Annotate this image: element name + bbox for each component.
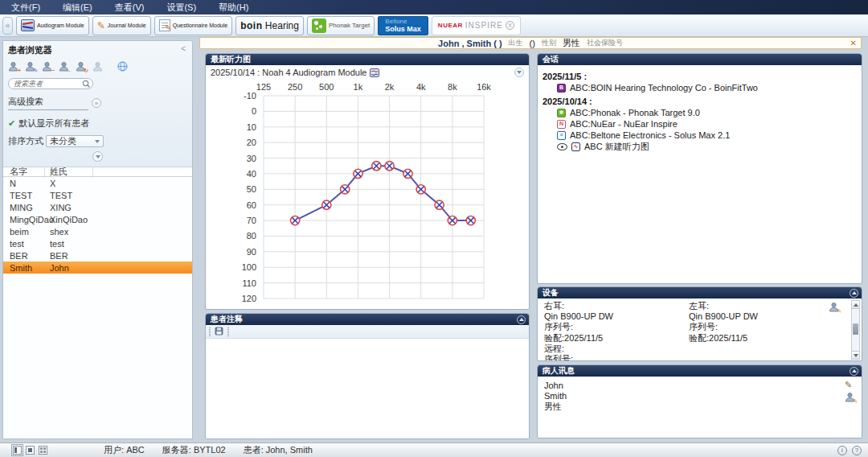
patient-last-name-cell: TEST [45, 191, 72, 200]
audiogram-dropdown-button[interactable] [514, 68, 524, 77]
left-ear-label: 左耳: [689, 301, 758, 311]
journal-module-icon: ✎ [97, 20, 105, 31]
patient-row[interactable]: MINGXING [3, 201, 192, 213]
session-label: ABC:Phonak - Phonak Target 9.0 [570, 107, 700, 118]
session-item[interactable]: ≡ABC:Beltone Electronics - Solus Max 2.1 [542, 130, 857, 141]
toolbar-grip [227, 327, 229, 336]
transfer-patient-button[interactable]: → [59, 61, 71, 72]
devices-panel-header: 设备 [538, 287, 862, 298]
collapse-panel-button[interactable] [850, 367, 858, 376]
search-patient-input[interactable] [8, 78, 93, 89]
collapse-panel-button[interactable] [850, 289, 858, 298]
first-name-column-header[interactable]: 名字 [3, 166, 45, 178]
patient-last-name-cell: X [45, 179, 55, 188]
svg-text:125: 125 [256, 82, 271, 92]
devices-scrollbar[interactable] [851, 300, 860, 360]
menu-settings[interactable]: 设置(S) [155, 2, 207, 14]
patient-first-name: John [544, 381, 855, 391]
notes-text-area[interactable] [206, 339, 529, 438]
patient-list: NXTESTTESTMINGXINGMingQiDaoXinQiDaobeims… [3, 177, 192, 274]
patient-notes-panel-header: 患者注释 [206, 314, 529, 325]
scroll-down-button[interactable] [852, 351, 859, 359]
eye-icon [557, 143, 567, 150]
info-icon[interactable]: i [837, 446, 847, 455]
advanced-search-expand-icon[interactable]: » [92, 98, 101, 108]
patient-list-header[interactable]: 名字 姓氏 [3, 167, 192, 177]
audiogram-module-button[interactable]: Audiogram Module [16, 16, 89, 35]
menu-file[interactable]: 文件(F) [0, 2, 51, 14]
svg-text:2k: 2k [385, 82, 395, 92]
session-item[interactable]: NABC:NuEar - NuEar Inspire [542, 118, 857, 130]
toolbar-collapse-button[interactable]: « [2, 17, 13, 35]
duplicate-patient-button[interactable]: ↻ [76, 61, 88, 72]
left-serial-label: 序列号: [689, 322, 758, 332]
phonak-target-button[interactable]: Phonak Target [307, 16, 375, 35]
svg-text:100: 100 [242, 262, 256, 272]
collapse-panel-button[interactable] [517, 315, 526, 324]
scroll-up-button[interactable] [852, 301, 859, 309]
birth-value: () [530, 39, 535, 48]
boin-hearing-button[interactable]: boin Hearing [235, 16, 304, 35]
svg-text:110: 110 [242, 278, 256, 288]
view-single-layout-icon[interactable] [26, 446, 35, 455]
scrollbar-thumb[interactable] [853, 323, 858, 335]
notes-toolbar [206, 325, 529, 339]
questionnaire-module-button[interactable]: ✎ Questionnaire Module [154, 16, 233, 35]
audiogram-module-label: Audiogram Module [37, 23, 84, 29]
remove-patient-button[interactable]: − [42, 61, 54, 72]
menu-view[interactable]: 查看(V) [104, 2, 156, 14]
last-name-column-header[interactable]: 姓氏 [45, 166, 93, 178]
patient-row[interactable]: testtest [3, 237, 192, 249]
session-item[interactable]: ∿ABC 新建听力图 [542, 141, 857, 152]
close-patient-icon[interactable]: ✕ [850, 39, 857, 47]
svg-text:1k: 1k [354, 82, 363, 92]
show-all-patients-checkbox[interactable]: ✔ [8, 118, 15, 129]
sort-by-select[interactable]: 未分类 [46, 135, 104, 147]
edit-patient-info-button[interactable]: ✎ [845, 380, 857, 390]
patient-first-name-cell: MingQiDao [3, 215, 45, 224]
nuear-inspire-button[interactable]: NUEAR INSPIRE X [432, 16, 521, 35]
save-note-button[interactable] [215, 327, 223, 337]
network-globe-button[interactable] [117, 61, 129, 72]
patient-toolbar: + ✎ − → ↻ [8, 61, 187, 72]
anonymous-patient-button[interactable] [92, 61, 104, 72]
edit-patient-button[interactable]: ✎ [25, 61, 37, 72]
patient-info-panel-header: 病人讯息 [538, 365, 862, 377]
edit-devices-button[interactable]: ✎ [829, 302, 841, 315]
view-browser-layout-icon[interactable] [13, 446, 22, 455]
panel-collapse-icon[interactable]: < [181, 44, 186, 53]
patient-row[interactable]: MingQiDaoXinQiDao [3, 213, 192, 225]
patient-row[interactable]: beimshex [3, 225, 192, 237]
menu-help[interactable]: 帮助(H) [207, 2, 260, 14]
menu-edit[interactable]: 编辑(E) [51, 2, 104, 14]
add-patient-button[interactable]: + [8, 61, 20, 72]
patient-row[interactable]: SmithJohn [3, 261, 192, 274]
help-icon[interactable]: ? [852, 446, 862, 455]
beltone-session-icon: ≡ [557, 131, 566, 140]
patient-first-name-cell: test [3, 239, 45, 249]
patient-info-title: 病人讯息 [542, 365, 575, 377]
beltone-solus-max-button[interactable]: Beltone Solus Max [378, 16, 428, 35]
filter-expander-button[interactable] [92, 151, 103, 162]
session-date: 2025/10/14 : [542, 96, 857, 107]
patient-notes-title: 患者注释 [211, 314, 243, 325]
session-item[interactable]: ✱ABC:Phonak - Phonak Target 9.0 [542, 107, 857, 118]
patient-last-name-cell: XING [45, 203, 72, 212]
patient-row[interactable]: NX [3, 177, 192, 189]
svg-text:90: 90 [247, 247, 256, 257]
latest-audiogram-panel: 最新听力图 2025/10/14 : Noah 4 Audiogram Modu… [205, 53, 530, 310]
left-ear-device: Qin B900-UP DW [689, 311, 758, 322]
edit-patient-record-button[interactable]: ✎ [845, 392, 857, 405]
svg-text:30: 30 [247, 154, 256, 163]
advanced-search-link[interactable]: 高级搜索 [8, 96, 88, 110]
patient-row[interactable]: TESTTEST [3, 189, 192, 201]
view-grid-layout-icon[interactable] [39, 446, 47, 455]
journal-module-button[interactable]: ✎ Journal Module [92, 16, 151, 35]
patient-last-name-cell: test [45, 239, 64, 249]
patient-first-name-cell: Smith [3, 263, 45, 273]
sessions-list: 2025/11/5 :BABC:BOIN Hearing Technology … [538, 65, 862, 155]
show-all-patients-label: 默认显示所有患者 [18, 117, 89, 130]
session-item[interactable]: BABC:BOIN Hearing Technology Co - BoinFi… [542, 82, 857, 93]
svg-text:20: 20 [247, 138, 256, 147]
patient-row[interactable]: BERBER [3, 249, 192, 261]
